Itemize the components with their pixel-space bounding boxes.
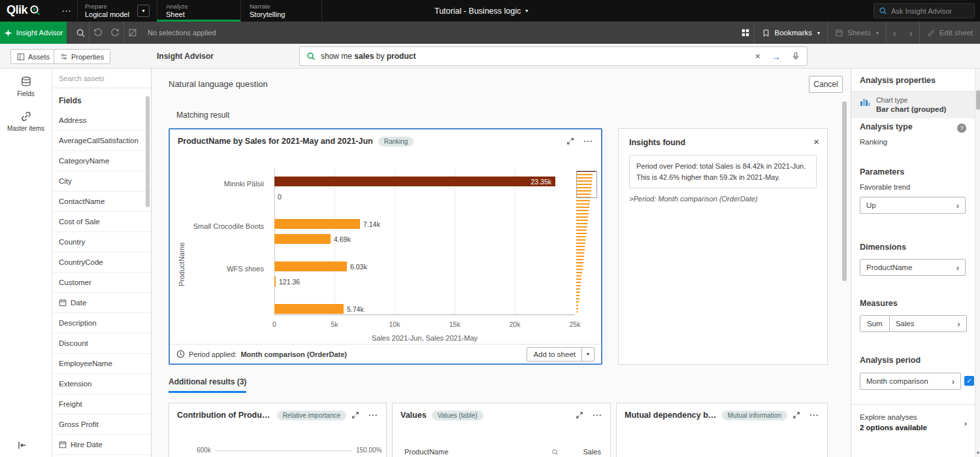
field-item[interactable]: AverageCallSatisfaction (52, 131, 151, 151)
expand-icon[interactable] (576, 411, 583, 419)
field-item[interactable]: Hire Date (52, 435, 151, 455)
nav-prepare[interactable]: Prepare Logical model (85, 0, 129, 22)
analysis-period-button[interactable]: Month comparison › (860, 373, 961, 390)
microphone-icon[interactable] (791, 52, 800, 61)
assets-panel-icon (17, 53, 25, 61)
help-icon[interactable]: ? (957, 124, 966, 133)
field-item[interactable]: Freight (52, 394, 151, 415)
step-back-icon[interactable] (90, 28, 106, 37)
expand-icon[interactable] (351, 411, 359, 419)
search-icon[interactable] (551, 449, 559, 456)
more-menu-icon[interactable]: ⋯ (61, 0, 72, 22)
result-card-values[interactable]: Values Values (table) ⋯ ProductName Sale… (392, 403, 611, 457)
clear-icon[interactable]: × (755, 51, 760, 61)
mini-navigator-viewport[interactable] (576, 171, 597, 198)
assets-button[interactable]: Assets (10, 49, 56, 64)
collapse-panel-icon[interactable] (17, 440, 27, 450)
bar-sales-may[interactable] (274, 277, 276, 286)
chart-mini-navigator[interactable] (576, 171, 597, 313)
dimension-button[interactable]: ProductName › (860, 259, 966, 276)
field-item[interactable]: EmployeeName (52, 354, 151, 374)
analysis-period-checkbox[interactable]: ✓ (964, 376, 974, 386)
bookmarks-button[interactable]: Bookmarks ▾ (755, 22, 827, 44)
scrollbar-thumb[interactable] (976, 90, 980, 110)
properties-scrollbar[interactable]: ▾ (975, 69, 980, 457)
bar-sales-jun[interactable] (274, 262, 347, 271)
result-card-actions: ⋯ (351, 409, 378, 421)
field-item[interactable]: CategoryName (52, 151, 151, 171)
explore-analyses-link[interactable]: Explore analyses 2 options available › (851, 404, 975, 440)
sidebar-item-label: Master items (7, 125, 44, 132)
bar-sales-jun[interactable] (274, 304, 344, 314)
sidebar-item-master-items[interactable]: Master items (0, 103, 52, 138)
nav-narrate[interactable]: Narrate Storytelling (250, 0, 285, 22)
insight-search-icon[interactable] (72, 28, 89, 38)
expand-icon[interactable] (792, 411, 800, 419)
table-column-productname[interactable]: ProductName (404, 448, 559, 456)
kebab-menu-icon[interactable]: ⋯ (592, 409, 602, 421)
add-to-sheet-button[interactable]: Add to sheet ▾ (527, 347, 595, 362)
query-part: show me (321, 52, 354, 61)
nav-item-label: Sheet (166, 10, 188, 18)
kebab-menu-icon[interactable]: ⋯ (368, 409, 378, 421)
field-item[interactable]: Customer (52, 273, 151, 293)
chevron-right-icon[interactable]: › (903, 27, 919, 39)
chart-plot-area[interactable]: 23.35k07.14k4.69k6.03k121.365.74k (274, 168, 575, 315)
field-item[interactable]: Discount (52, 333, 151, 354)
field-item[interactable]: Date (52, 293, 151, 313)
expand-icon[interactable] (566, 137, 574, 145)
field-item[interactable]: City (52, 171, 151, 192)
insight-advisor-button[interactable]: Insight Advisor (0, 22, 67, 44)
submit-arrow-icon[interactable]: → (771, 51, 781, 62)
scroll-down-arrow[interactable]: ▾ (975, 450, 980, 456)
natural-language-question-title: Natural language question (169, 79, 268, 89)
favorable-trend-dropdown[interactable]: Up › (860, 197, 966, 214)
result-card-mutual-dependency[interactable]: Mutual dependency bet… Mutual informatio… (616, 403, 828, 457)
edit-sheet-button[interactable]: Edit sheet (920, 22, 980, 44)
kebab-menu-icon[interactable]: ⋯ (583, 135, 593, 147)
bar-sales-jun[interactable] (274, 219, 360, 229)
step-forward-icon[interactable] (106, 28, 123, 37)
table-column-sales[interactable]: Sales (583, 448, 601, 456)
result-card-contribution[interactable]: Contribution of Product… Relative import… (169, 403, 387, 457)
matching-result-chart-card[interactable]: ProductName by Sales for 2021-May and 20… (169, 128, 602, 365)
field-item[interactable]: CountryCode (52, 252, 151, 273)
sidebar-item-fields[interactable]: Fields (0, 69, 52, 103)
field-item[interactable]: Gross Profit (52, 415, 151, 435)
field-label: AverageCallSatisfaction (59, 137, 139, 144)
field-item[interactable]: Description (52, 313, 151, 333)
chevron-left-icon[interactable]: ‹ (887, 27, 903, 39)
field-item[interactable]: Country (52, 232, 151, 252)
analysis-period-section: Analysis period (860, 356, 921, 365)
search-assets-input[interactable]: Search assets (52, 69, 151, 88)
measure-aggregation-button[interactable]: Sum (860, 315, 890, 332)
assets-scrollbar[interactable] (146, 96, 150, 207)
properties-button[interactable]: Properties (54, 49, 110, 64)
field-item[interactable]: Extension (52, 374, 151, 394)
grid-view-icon[interactable] (737, 28, 754, 37)
insight-search-query[interactable]: show me sales by product (321, 52, 416, 61)
measure-button[interactable]: Sales › (890, 315, 967, 332)
insight-search-bar[interactable]: show me sales by product × → (299, 46, 808, 66)
field-item[interactable]: Address (52, 110, 151, 131)
topbar-search[interactable]: Ask Insight Advisor (874, 3, 975, 18)
app-title-selector[interactable]: Tutorial - Business logic ▾ (434, 0, 528, 22)
insight-text[interactable]: Period over Period: total Sales is 84.42… (629, 155, 817, 188)
close-icon[interactable]: × (813, 136, 819, 147)
search-icon (879, 7, 887, 15)
tab-additional-results[interactable]: Additional results (3) (169, 377, 246, 393)
chart-type-row[interactable]: Chart type Bar chart (grouped) (851, 92, 975, 118)
qlik-logo: Qlik (7, 3, 41, 17)
mini-bar (576, 262, 583, 263)
bar-sales-jun[interactable] (274, 177, 555, 186)
bar-sales-may[interactable] (274, 234, 331, 244)
sheets-button[interactable]: Sheets ▾ (828, 22, 886, 44)
cancel-button[interactable]: Cancel (809, 76, 843, 93)
kebab-menu-icon[interactable]: ⋯ (809, 409, 819, 421)
field-item[interactable]: ContactName (52, 192, 151, 212)
main-scrollbar[interactable] (842, 101, 847, 281)
nav-analyze[interactable]: Analyze Sheet (166, 0, 188, 22)
prepare-dropdown-button[interactable]: ▾ (137, 5, 150, 17)
field-item[interactable]: Cost of Sale (52, 212, 151, 232)
clear-selections-icon[interactable] (124, 28, 141, 37)
